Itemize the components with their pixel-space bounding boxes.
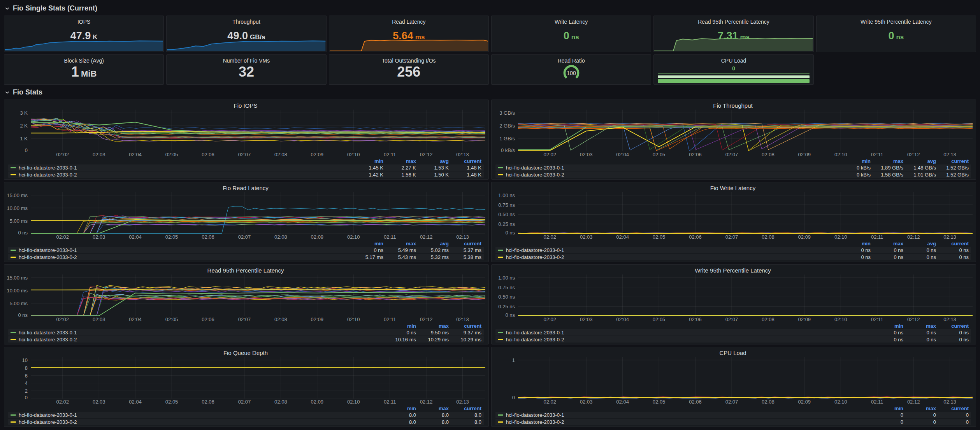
series-name[interactable]: hci-fio-datastore-2033-0-1 bbox=[19, 330, 77, 336]
legend-column-max[interactable]: max bbox=[383, 241, 416, 246]
legend-column-min[interactable]: min bbox=[871, 323, 903, 329]
x-tick-label: 02:08 bbox=[762, 399, 775, 405]
series-name[interactable]: hci-fio-datastore-2033-0-2 bbox=[19, 419, 77, 425]
legend-column-current[interactable]: current bbox=[449, 323, 481, 329]
series-name[interactable]: hci-fio-datastore-2033-0-2 bbox=[506, 172, 564, 178]
legend-stat: 0 ns bbox=[903, 247, 936, 253]
stat-value-unit: MiB bbox=[81, 69, 97, 79]
legend-column-min[interactable]: min bbox=[838, 158, 871, 164]
legend-column-min[interactable]: min bbox=[838, 241, 871, 246]
x-tick-label: 02:09 bbox=[311, 316, 324, 322]
legend-column-current[interactable]: current bbox=[449, 406, 481, 411]
series-name[interactable]: hci-fio-datastore-2033-0-1 bbox=[19, 247, 77, 253]
section-header-fio-single-stats[interactable]: Fio Single Stats (Current) bbox=[4, 3, 976, 13]
section-header-fio-stats[interactable]: Fio Stats bbox=[4, 87, 976, 97]
legend-stat: 1.48 K bbox=[449, 172, 481, 178]
series-name[interactable]: hci-fio-datastore-2033-0-1 bbox=[506, 412, 564, 418]
chart-title[interactable]: Read 95th Percentile Latency bbox=[6, 266, 485, 274]
chart-title[interactable]: Write 95th Percentile Latency bbox=[493, 266, 973, 274]
y-tick-label: 0 bbox=[25, 394, 28, 400]
read-ratio-gauge: 100 bbox=[492, 60, 651, 84]
legend-column-current[interactable]: current bbox=[449, 241, 481, 246]
legend-column-current[interactable]: current bbox=[936, 323, 969, 329]
legend-column-avg[interactable]: avg bbox=[903, 241, 936, 246]
legend-column-min[interactable]: min bbox=[383, 406, 416, 411]
legend-row: hci-fio-datastore-2033-0-11.45 K2.27 K1.… bbox=[8, 164, 484, 171]
legend-column-max[interactable]: max bbox=[903, 406, 936, 411]
x-tick-label: 02:04 bbox=[129, 399, 142, 405]
x-tick-label: 02:04 bbox=[616, 316, 629, 322]
series-name[interactable]: hci-fio-datastore-2033-0-2 bbox=[506, 419, 564, 425]
legend-stat: 0 ns bbox=[383, 330, 416, 336]
x-tick-label: 02:08 bbox=[274, 152, 287, 157]
stat-panel-title[interactable]: Read 95th Percentile Latency bbox=[654, 19, 813, 25]
x-axis: 02:0202:0302:0402:0502:0602:0702:0802:09… bbox=[518, 316, 973, 323]
stat-panel-title[interactable]: Write Latency bbox=[492, 19, 651, 25]
legend-stat: 0 ns bbox=[351, 247, 383, 253]
series-name[interactable]: hci-fio-datastore-2033-0-1 bbox=[506, 165, 564, 171]
legend-column-min[interactable]: min bbox=[871, 406, 903, 411]
chart-title[interactable]: Fio IOPS bbox=[6, 101, 485, 110]
legend: minmaxavgcurrenthci-fio-datastore-2033-0… bbox=[6, 158, 485, 178]
stat-panel-title[interactable]: Block Size (Avg) bbox=[4, 58, 163, 64]
legend-column-max[interactable]: max bbox=[871, 158, 903, 164]
legend-column-current[interactable]: current bbox=[936, 406, 969, 411]
x-tick-label: 02:13 bbox=[943, 316, 956, 322]
legend-column-current[interactable]: current bbox=[936, 158, 969, 164]
series-name[interactable]: hci-fio-datastore-2033-0-2 bbox=[506, 254, 564, 260]
legend-column-max[interactable]: max bbox=[416, 323, 449, 329]
legend-stat: 0 kB/s bbox=[838, 165, 871, 171]
stat-panel-title[interactable]: Throughput bbox=[167, 19, 326, 25]
chart-title[interactable]: CPU Load bbox=[493, 349, 973, 357]
x-tick-label: 02:05 bbox=[165, 234, 178, 240]
series-name[interactable]: hci-fio-datastore-2033-0-1 bbox=[506, 330, 564, 336]
series-name[interactable]: hci-fio-datastore-2033-0-2 bbox=[19, 337, 77, 343]
gauge-arc: 100 bbox=[558, 62, 584, 82]
legend-column-avg[interactable]: avg bbox=[416, 158, 449, 164]
stat-panel-title[interactable]: CPU Load bbox=[654, 58, 813, 64]
legend-column-max[interactable]: max bbox=[903, 323, 936, 329]
stat-value: 0ns bbox=[817, 30, 976, 42]
legend-column-max[interactable]: max bbox=[416, 406, 449, 411]
series-name[interactable]: hci-fio-datastore-2033-0-2 bbox=[19, 172, 77, 178]
x-tick-label: 02:03 bbox=[580, 399, 593, 405]
stat-panel-title[interactable]: Read Ratio bbox=[492, 58, 651, 64]
legend-column-min[interactable]: min bbox=[351, 241, 383, 246]
legend-stat: 0 ns bbox=[838, 247, 871, 253]
y-tick-label: 3 K bbox=[20, 110, 28, 116]
x-tick-label: 02:10 bbox=[347, 316, 360, 322]
legend-column-max[interactable]: max bbox=[383, 158, 416, 164]
stat-panel-title[interactable]: Write 95th Percentile Latency bbox=[817, 19, 976, 25]
stat-panel-title[interactable]: IOPS bbox=[4, 19, 163, 25]
legend-column-avg[interactable]: avg bbox=[903, 158, 936, 164]
chart-title[interactable]: Fio Throughput bbox=[493, 101, 973, 110]
legend-stat: 5.37 ms bbox=[449, 247, 481, 253]
stat-value-number: 0 bbox=[888, 30, 894, 41]
series-name[interactable]: hci-fio-datastore-2033-0-2 bbox=[19, 254, 77, 260]
legend-row: hci-fio-datastore-2033-0-28.08.08.0 bbox=[8, 419, 484, 425]
chart-title[interactable]: Fio Read Latency bbox=[6, 184, 485, 192]
series-name[interactable]: hci-fio-datastore-2033-0-2 bbox=[506, 337, 564, 343]
chart-title[interactable]: Fio Queue Depth bbox=[6, 349, 485, 357]
x-tick-label: 02:07 bbox=[725, 152, 738, 157]
legend-column-max[interactable]: max bbox=[871, 241, 903, 246]
x-tick-label: 02:12 bbox=[907, 234, 920, 240]
legend-stat: 0 ns bbox=[936, 330, 969, 336]
stat-value-number: 5.64 bbox=[393, 30, 413, 41]
x-tick-label: 02:09 bbox=[798, 152, 811, 157]
legend-column-min[interactable]: min bbox=[351, 158, 383, 164]
legend-column-avg[interactable]: avg bbox=[416, 241, 449, 246]
series-name[interactable]: hci-fio-datastore-2033-0-1 bbox=[19, 412, 77, 418]
stat-panel-title[interactable]: Number of Fio VMs bbox=[167, 58, 326, 64]
x-tick-label: 02:12 bbox=[420, 152, 433, 157]
series-name[interactable]: hci-fio-datastore-2033-0-1 bbox=[506, 247, 564, 253]
y-axis: 01 K2 K3 K bbox=[6, 110, 31, 151]
stat-panel-title[interactable]: Total Outstanding I/Os bbox=[329, 58, 488, 64]
chart-title[interactable]: Fio Write Latency bbox=[493, 184, 973, 192]
legend-column-current[interactable]: current bbox=[936, 241, 969, 246]
series-name[interactable]: hci-fio-datastore-2033-0-1 bbox=[19, 165, 77, 171]
x-tick-label: 02:13 bbox=[943, 152, 956, 157]
legend-column-min[interactable]: min bbox=[383, 323, 416, 329]
legend-column-current[interactable]: current bbox=[449, 158, 481, 164]
stat-panel-title[interactable]: Read Latency bbox=[329, 19, 488, 25]
